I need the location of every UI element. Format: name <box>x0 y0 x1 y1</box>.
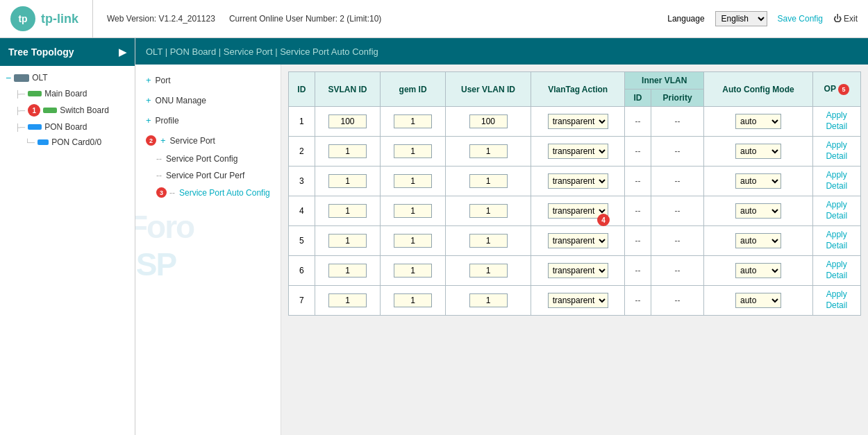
select-mode-5[interactable]: automanual <box>735 233 781 248</box>
cell-uvlan-6[interactable] <box>445 256 531 286</box>
input-gem-4[interactable] <box>394 204 432 218</box>
select-vlan-action-1[interactable]: transparenttaguntag <box>548 114 608 129</box>
select-vlan-action-7[interactable]: transparenttaguntag <box>548 293 608 308</box>
cell-svlan-4[interactable] <box>315 196 381 226</box>
select-mode-3[interactable]: automanual <box>735 173 781 189</box>
sidebar-toggle-icon[interactable]: ▶ <box>119 46 126 58</box>
sub-nav-service-port-auto-config[interactable]: 3 -- Service Port Auto Config <box>156 184 281 201</box>
apply-link-5[interactable]: Apply <box>819 230 855 239</box>
cell-vlan-action-4[interactable]: transparenttaguntag <box>531 196 625 226</box>
cell-svlan-5[interactable] <box>315 226 381 256</box>
sub-nav-service-port[interactable]: 2 + Service Port <box>135 130 281 151</box>
input-gem-5[interactable] <box>394 234 432 248</box>
input-uvlan-5[interactable] <box>469 234 508 248</box>
cell-uvlan-7[interactable] <box>445 286 531 316</box>
cell-gem-7[interactable] <box>381 286 445 316</box>
select-mode-7[interactable]: automanual <box>735 293 781 308</box>
apply-link-2[interactable]: Apply <box>819 140 855 150</box>
detail-link-5[interactable]: Detail <box>819 241 855 250</box>
cell-gem-4[interactable] <box>381 196 445 226</box>
sidebar-item-switch-board[interactable]: ├─ 1 Switch Board <box>0 101 135 119</box>
cell-gem-5[interactable] <box>381 226 445 256</box>
input-gem-7[interactable] <box>394 293 432 307</box>
cell-vlan-action-1[interactable]: transparenttaguntag <box>531 107 625 137</box>
select-vlan-action-2[interactable]: transparenttaguntag <box>548 144 608 159</box>
cell-svlan-6[interactable] <box>315 256 381 286</box>
select-mode-1[interactable]: automanual <box>735 114 781 129</box>
save-config-link[interactable]: Save Config <box>778 14 823 24</box>
detail-link-6[interactable]: Detail <box>819 271 855 280</box>
language-select[interactable]: English Chinese <box>715 11 767 26</box>
select-mode-2[interactable]: automanual <box>735 144 781 159</box>
input-uvlan-2[interactable] <box>469 144 508 158</box>
detail-link-3[interactable]: Detail <box>819 181 855 191</box>
cell-gem-6[interactable] <box>381 256 445 286</box>
input-svlan-7[interactable] <box>328 293 367 307</box>
cell-svlan-7[interactable] <box>315 286 381 316</box>
cell-mode-4[interactable]: automanual <box>704 196 812 226</box>
input-svlan-5[interactable] <box>328 234 367 248</box>
cell-svlan-2[interactable] <box>315 137 381 167</box>
cell-uvlan-5[interactable] <box>445 226 531 256</box>
apply-link-3[interactable]: Apply <box>819 170 855 180</box>
input-gem-3[interactable] <box>394 174 432 188</box>
input-uvlan-3[interactable] <box>469 174 508 188</box>
sub-nav-onu-manage[interactable]: + ONU Manage <box>135 90 281 110</box>
cell-mode-6[interactable]: automanual <box>704 256 812 286</box>
input-svlan-2[interactable] <box>328 144 367 158</box>
cell-svlan-1[interactable] <box>315 107 381 137</box>
apply-link-4[interactable]: Apply <box>819 200 855 210</box>
sidebar-item-main-board[interactable]: ├─ Main Board <box>0 86 135 101</box>
service-port-auto-config-label: Service Port Auto Config <box>179 188 270 198</box>
sub-nav-port[interactable]: + Port <box>135 70 281 90</box>
select-vlan-action-6[interactable]: transparenttaguntag <box>548 263 608 278</box>
select-vlan-action-3[interactable]: transparenttaguntag <box>548 173 608 189</box>
input-svlan-6[interactable] <box>328 264 367 278</box>
select-vlan-action-5[interactable]: transparenttaguntag <box>548 233 608 248</box>
cell-uvlan-3[interactable] <box>445 167 531 196</box>
input-svlan-3[interactable] <box>328 174 367 188</box>
apply-link-1[interactable]: Apply <box>819 110 855 120</box>
detail-link-2[interactable]: Detail <box>819 151 855 161</box>
cell-mode-5[interactable]: automanual <box>704 226 812 256</box>
apply-link-6[interactable]: Apply <box>819 259 855 269</box>
select-mode-4[interactable]: automanual <box>735 203 781 219</box>
cell-mode-1[interactable]: automanual <box>704 107 812 137</box>
cell-uvlan-4[interactable] <box>445 196 531 226</box>
detail-link-1[interactable]: Detail <box>819 121 855 131</box>
cell-vlan-action-3[interactable]: transparenttaguntag <box>531 167 625 196</box>
cell-vlan-action-5[interactable]: transparenttaguntag <box>531 226 625 256</box>
cell-mode-2[interactable]: automanual <box>704 137 812 167</box>
input-uvlan-6[interactable] <box>469 264 508 278</box>
cell-vlan-action-2[interactable]: transparenttaguntag <box>531 137 625 167</box>
select-mode-6[interactable]: automanual <box>735 263 781 278</box>
input-gem-1[interactable] <box>394 114 432 128</box>
input-gem-2[interactable] <box>394 144 432 158</box>
cell-gem-3[interactable] <box>381 167 445 196</box>
cell-gem-2[interactable] <box>381 137 445 167</box>
input-svlan-1[interactable] <box>328 114 367 128</box>
input-uvlan-4[interactable] <box>469 204 508 218</box>
cell-mode-3[interactable]: automanual <box>704 167 812 196</box>
sub-nav-service-port-perf[interactable]: -- Service Port Cur Perf <box>156 167 281 184</box>
detail-link-4[interactable]: Detail <box>819 211 855 221</box>
sub-nav-profile[interactable]: + Profile <box>135 110 281 130</box>
cell-uvlan-1[interactable] <box>445 107 531 137</box>
cell-vlan-action-7[interactable]: transparenttaguntag <box>531 286 625 316</box>
cell-gem-1[interactable] <box>381 107 445 137</box>
detail-link-7[interactable]: Detail <box>819 300 855 310</box>
exit-link[interactable]: ⏻ Exit <box>833 14 858 24</box>
sidebar-item-pon-card[interactable]: └─ PON Card0/0 <box>0 135 135 150</box>
input-svlan-4[interactable] <box>328 204 367 218</box>
sub-nav-service-port-config[interactable]: -- Service Port Config <box>156 151 281 167</box>
input-gem-6[interactable] <box>394 264 432 278</box>
input-uvlan-1[interactable] <box>469 114 508 128</box>
input-uvlan-7[interactable] <box>469 293 508 307</box>
cell-mode-7[interactable]: automanual <box>704 286 812 316</box>
cell-vlan-action-6[interactable]: transparenttaguntag <box>531 256 625 286</box>
apply-link-7[interactable]: Apply <box>819 289 855 299</box>
cell-uvlan-2[interactable] <box>445 137 531 167</box>
sidebar-item-pon-board[interactable]: ├─ PON Board <box>0 119 135 135</box>
cell-svlan-3[interactable] <box>315 167 381 196</box>
sidebar-item-olt[interactable]: − OLT <box>0 69 135 86</box>
